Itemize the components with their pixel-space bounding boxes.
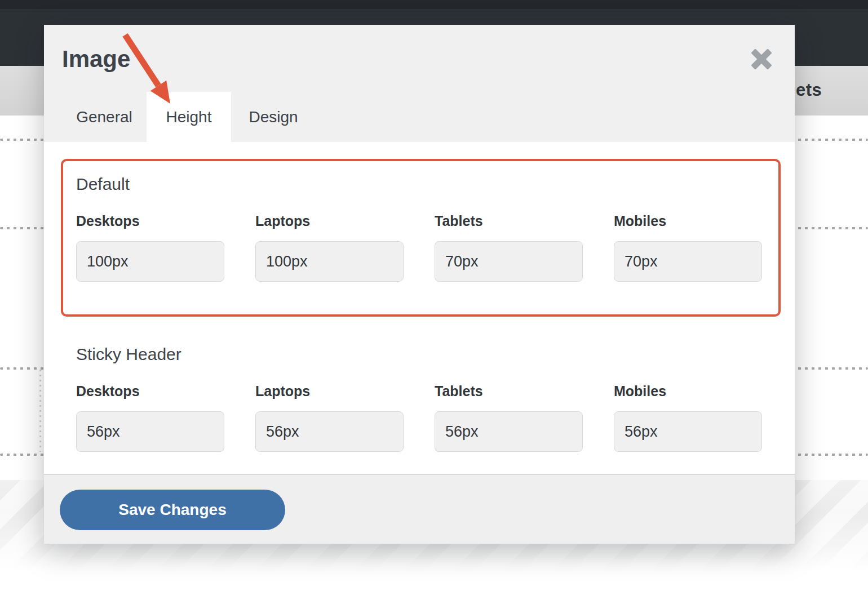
- tab-general[interactable]: General: [62, 92, 147, 142]
- tablets-label: Tablets: [435, 213, 583, 229]
- truncated-widgets-label: ets: [796, 80, 822, 100]
- close-button[interactable]: [750, 47, 773, 71]
- admin-top-bar-upper-strip: [0, 0, 868, 10]
- modal-body: Default Desktops Laptops Tablets Mobiles: [44, 159, 795, 452]
- tablets-label: Tablets: [435, 383, 583, 399]
- default-mobiles-field: Mobiles: [614, 213, 762, 282]
- sticky-tablets-field: Tablets: [435, 383, 583, 452]
- default-section-title: Default: [76, 175, 778, 194]
- laptops-label: Laptops: [255, 383, 404, 399]
- default-laptops-input[interactable]: [255, 241, 404, 282]
- sticky-header-section-title: Sticky Header: [76, 345, 781, 364]
- sticky-fields-row: Desktops Laptops Tablets Mobiles: [76, 383, 781, 452]
- mobiles-label: Mobiles: [614, 383, 762, 399]
- close-icon: [751, 49, 772, 69]
- sticky-mobiles-input[interactable]: [614, 411, 762, 452]
- default-tablets-field: Tablets: [435, 213, 583, 282]
- default-desktops-field: Desktops: [76, 213, 224, 282]
- default-tablets-input[interactable]: [435, 241, 583, 282]
- sticky-desktops-input[interactable]: [76, 411, 224, 452]
- save-changes-button[interactable]: Save Changes: [60, 490, 285, 530]
- tab-height[interactable]: Height: [147, 92, 231, 142]
- desktops-label: Desktops: [76, 383, 224, 399]
- tab-design[interactable]: Design: [231, 92, 316, 142]
- mobiles-label: Mobiles: [614, 213, 762, 229]
- sticky-laptops-input[interactable]: [255, 411, 404, 452]
- sticky-tablets-input[interactable]: [435, 411, 583, 452]
- sticky-mobiles-field: Mobiles: [614, 383, 762, 452]
- modal-footer: Save Changes: [44, 474, 795, 544]
- modal-header: Image General Height Design: [44, 25, 795, 142]
- default-section: Default Desktops Laptops Tablets Mobiles: [61, 159, 781, 317]
- builder-column-separator: [39, 370, 41, 452]
- image-settings-modal: Image General Height Design Default D: [44, 25, 795, 544]
- desktops-label: Desktops: [76, 213, 224, 229]
- default-laptops-field: Laptops: [255, 213, 404, 282]
- sticky-header-section: Sticky Header Desktops Laptops Tablets M…: [76, 345, 781, 452]
- laptops-label: Laptops: [255, 213, 404, 229]
- sticky-desktops-field: Desktops: [76, 383, 224, 452]
- default-desktops-input[interactable]: [76, 241, 224, 282]
- default-mobiles-input[interactable]: [614, 241, 762, 282]
- sticky-laptops-field: Laptops: [255, 383, 404, 452]
- default-fields-row: Desktops Laptops Tablets Mobiles: [76, 213, 778, 282]
- modal-title: Image: [62, 46, 130, 72]
- tab-bar: General Height Design: [62, 92, 316, 142]
